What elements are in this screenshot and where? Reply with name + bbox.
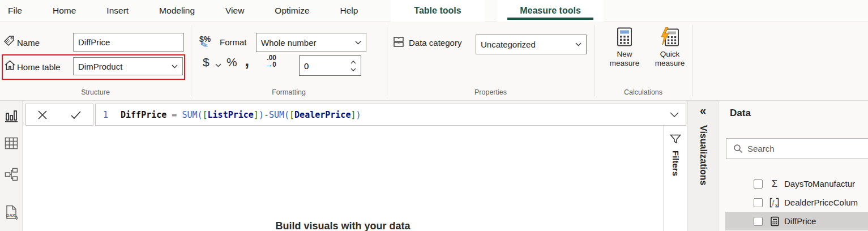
- menu-view[interactable]: View: [225, 6, 244, 16]
- currency-chevron-down-icon[interactable]: [215, 63, 221, 67]
- powerbi-window: File Home Insert Modeling View Optimize …: [0, 0, 868, 231]
- dax-expression[interactable]: DiffPrice = SUM([ListPrice])-SUM([Dealer…: [121, 110, 361, 120]
- format-icon: $% ✎: [199, 34, 216, 51]
- dax-token: (: [284, 110, 289, 120]
- measure-name-input[interactable]: [73, 33, 184, 52]
- data-category-value: Uncategorized: [481, 40, 575, 49]
- home-table-dropdown[interactable]: DimProduct: [73, 57, 183, 75]
- ribbon-divider: [692, 25, 692, 96]
- calculations-section-label: Calculations: [595, 88, 692, 96]
- formatting-section-label: Formatting: [191, 88, 387, 96]
- dax-token: -: [264, 110, 269, 120]
- commit-formula-icon[interactable]: [70, 110, 82, 119]
- decimal-places-icon[interactable]: .00 →0: [257, 54, 276, 68]
- formula-input[interactable]: 1 DiffPrice = SUM([ListPrice])-SUM([Deal…: [95, 104, 686, 126]
- properties-section-label: Properties: [387, 88, 595, 96]
- menu-file[interactable]: File: [8, 6, 22, 16]
- menu-modeling[interactable]: Modeling: [159, 6, 195, 16]
- spinner-down-icon[interactable]: [350, 68, 356, 71]
- menu-help[interactable]: Help: [340, 6, 358, 16]
- data-pane-title: Data: [730, 108, 751, 119]
- field-checkbox[interactable]: [754, 179, 763, 189]
- svg-text:x: x: [775, 202, 777, 207]
- new-measure-button[interactable]: New measure: [604, 27, 645, 68]
- field-checkbox[interactable]: [754, 217, 763, 226]
- dax-token: [: [203, 110, 208, 120]
- thousands-separator-button[interactable]: ,: [245, 51, 249, 70]
- search-placeholder: Search: [747, 144, 775, 153]
- tag-icon: [3, 35, 15, 46]
- home-icon: [4, 59, 16, 71]
- percent-format-button[interactable]: %: [226, 55, 237, 69]
- expand-pane-icon[interactable]: «: [700, 104, 706, 117]
- quick-measure-label-line2: measure: [655, 59, 685, 68]
- ribbon-divider: [191, 25, 191, 96]
- data-category-dropdown[interactable]: Uncategorized: [476, 35, 587, 54]
- data-category-icon: [393, 36, 404, 48]
- filter-funnel-icon: [669, 133, 682, 146]
- field-row-daystomanufacture[interactable]: Σ DaysToManufactur: [725, 174, 868, 193]
- decimal-places-input[interactable]: [300, 61, 344, 71]
- field-checkbox[interactable]: [754, 198, 763, 207]
- dax-query-view-icon[interactable]: DAX: [4, 205, 19, 222]
- new-measure-label-line1: New: [610, 50, 640, 59]
- data-search-input[interactable]: Search: [726, 138, 868, 159]
- format-value: Whole number: [261, 38, 355, 48]
- field-name: DiffPrice: [784, 216, 816, 226]
- chevron-down-icon: [172, 65, 178, 69]
- field-list: Σ DaysToManufactur f x DealderPriceColum: [725, 174, 868, 230]
- tab-measure-tools[interactable]: Measure tools: [497, 0, 604, 22]
- quick-measure-label-line1: Quick: [655, 50, 685, 59]
- structure-section-label: Structure: [0, 88, 191, 96]
- cancel-formula-icon[interactable]: [37, 110, 48, 120]
- dax-token: [: [289, 110, 294, 120]
- filters-pane-collapsed[interactable]: Filters: [663, 126, 687, 231]
- data-pane: Data Search Σ DaysToManufactur: [718, 101, 868, 231]
- tab-table-tools[interactable]: Table tools: [391, 0, 485, 22]
- menu-items: File Home Insert Modeling View Optimize …: [8, 0, 358, 22]
- visualizations-pane-collapsed[interactable]: « Visualizations: [687, 101, 718, 231]
- dax-token: ): [259, 110, 264, 120]
- report-canvas[interactable]: Build visuals with your data: [23, 126, 663, 231]
- search-icon: [733, 144, 743, 153]
- report-view-icon[interactable]: [5, 109, 18, 123]
- model-view-icon[interactable]: [5, 168, 18, 181]
- filters-pane-title: Filters: [671, 151, 681, 176]
- formula-actions: [25, 104, 93, 126]
- active-tab-underline: [507, 18, 593, 20]
- field-name: DealderPriceColum: [784, 198, 858, 207]
- format-dropdown[interactable]: Whole number: [256, 33, 366, 52]
- currency-format-button[interactable]: $: [203, 55, 209, 69]
- dax-token: (: [198, 110, 203, 120]
- new-measure-label-line2: measure: [610, 59, 640, 68]
- field-row-diffprice-selected[interactable]: DiffPrice: [725, 212, 868, 230]
- dax-token: SUM: [182, 110, 197, 120]
- decimal-places-stepper[interactable]: [299, 55, 361, 76]
- decimals-bottom: 0: [272, 61, 276, 69]
- dax-token: ]: [254, 110, 259, 120]
- dax-measure-name: DiffPrice: [121, 110, 166, 120]
- field-row-dealderpricecolumn[interactable]: f x DealderPriceColum: [725, 193, 868, 212]
- tab-measure-tools-label: Measure tools: [520, 6, 581, 16]
- view-switcher-sidebar: DAX: [0, 101, 23, 231]
- chevron-down-icon: [575, 42, 581, 46]
- menu-home[interactable]: Home: [53, 6, 76, 16]
- sigma-icon: Σ: [768, 178, 781, 190]
- spinner-up-icon[interactable]: [350, 61, 356, 64]
- name-label: Name: [17, 38, 40, 48]
- svg-text:DAX: DAX: [6, 213, 15, 218]
- expand-formula-bar-icon[interactable]: [670, 112, 679, 117]
- data-category-label: Data category: [409, 38, 461, 48]
- ribbon-divider: [595, 25, 595, 96]
- dax-token: ListPrice: [208, 110, 254, 120]
- menu-insert[interactable]: Insert: [106, 6, 129, 16]
- calculated-column-icon: f x: [768, 198, 781, 208]
- quick-measure-lightning-icon: [660, 27, 679, 46]
- dax-token: ): [356, 110, 361, 120]
- menu-optimize[interactable]: Optimize: [275, 6, 309, 16]
- formula-line-number: 1: [103, 110, 108, 120]
- new-measure-calculator-icon: [616, 27, 633, 46]
- quick-measure-button[interactable]: Quick measure: [649, 27, 691, 68]
- table-view-icon[interactable]: [5, 137, 18, 149]
- home-table-value: DimProduct: [78, 62, 172, 71]
